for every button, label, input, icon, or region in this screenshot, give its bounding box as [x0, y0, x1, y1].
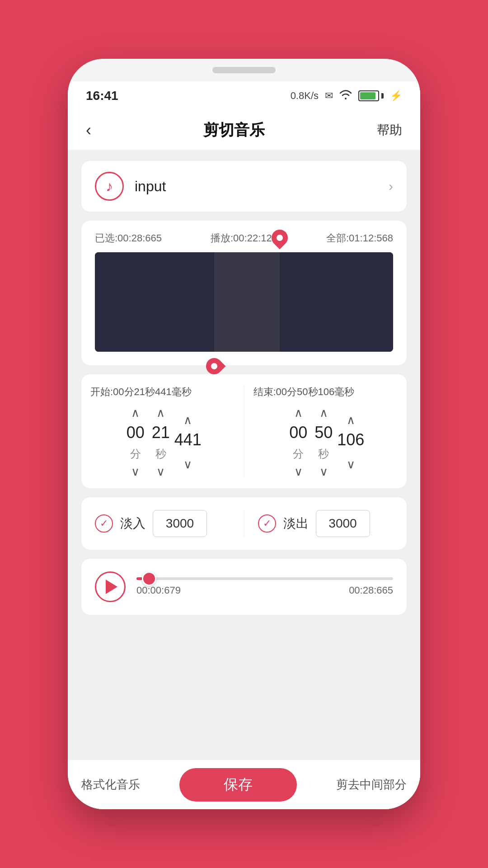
progress-thumb[interactable] [142, 571, 156, 586]
waveform-labels: 已选:00:28:665 播放:00:22:120 全部:01:12:568 [95, 231, 393, 245]
end-sec-down[interactable]: ∨ [319, 466, 328, 477]
start-sec-col: ∧ 21 秒 ∨ [149, 407, 173, 477]
play-position: 播放:00:22:120 [211, 231, 277, 245]
fade-card: ✓ 淡入 ✓ 淡出 [81, 497, 407, 550]
waveform-bg-left [95, 252, 214, 352]
input-filename: input [135, 178, 166, 195]
end-min-unit: 分 [293, 447, 304, 461]
current-time: 00:00:679 [136, 585, 181, 596]
play-icon [106, 580, 117, 594]
start-sec-up[interactable]: ∧ [156, 407, 165, 419]
progress-track[interactable] [136, 577, 393, 580]
waveform-container[interactable] [95, 252, 393, 352]
end-ms-down[interactable]: ∨ [347, 458, 355, 470]
end-ms-value: 106 [337, 430, 364, 449]
waveform-bg-selected [214, 252, 280, 352]
status-bar: 16:41 0.8K/s ✉ ⚡ [68, 81, 420, 110]
fade-out-label: 淡出 [283, 515, 309, 532]
start-ms-value: 441 [174, 430, 202, 449]
music-note-icon: ♪ [106, 178, 113, 195]
network-speed: 0.8K/s [291, 90, 319, 102]
end-sec-unit: 秒 [318, 447, 329, 461]
start-ms-down[interactable]: ∨ [183, 458, 192, 470]
battery-icon [358, 90, 384, 101]
music-icon-circle: ♪ [95, 172, 124, 201]
start-min-down[interactable]: ∨ [131, 466, 140, 477]
screen: 16:41 0.8K/s ✉ ⚡ [68, 81, 420, 809]
input-left: ♪ input [95, 172, 166, 201]
total-time: 00:28:665 [349, 585, 393, 596]
end-ms-up[interactable]: ∧ [347, 414, 355, 426]
end-ms-col: ∧ 106 ∨ [337, 414, 364, 470]
end-time-section: 结束:00分50秒106毫秒 ∧ 00 分 ∨ ∧ [253, 385, 398, 477]
start-time-section: 开始:00分21秒441毫秒 ∧ 00 分 ∨ ∧ [90, 385, 235, 477]
message-icon: ✉ [325, 90, 333, 102]
end-sec-up[interactable]: ∧ [319, 407, 328, 419]
player-times: 00:00:679 00:28:665 [136, 585, 393, 596]
player-card: 00:00:679 00:28:665 [81, 559, 407, 615]
end-min-col: ∧ 00 分 ∨ [286, 407, 310, 477]
waveform-card: 已选:00:28:665 播放:00:22:120 全部:01:12:568 [81, 221, 407, 365]
input-selector-card[interactable]: ♪ input › [81, 161, 407, 212]
start-ms-col: ∧ 441 ∨ [174, 414, 202, 470]
fade-divider [244, 510, 244, 537]
start-sec-unit: 秒 [155, 447, 166, 461]
start-min-up[interactable]: ∧ [131, 407, 140, 419]
wifi-icon [339, 90, 352, 102]
start-min-value: 00 [124, 423, 147, 442]
status-right: 0.8K/s ✉ ⚡ [291, 90, 402, 102]
fade-out-item: ✓ 淡出 [258, 510, 394, 537]
playhead-bottom-pin[interactable] [206, 358, 222, 374]
start-sec-value: 21 [149, 423, 173, 442]
format-music-button[interactable]: 格式化音乐 [81, 777, 140, 793]
fade-in-input[interactable] [153, 510, 207, 537]
fade-in-checkbox[interactable]: ✓ [95, 514, 113, 533]
start-sec-down[interactable]: ∨ [156, 466, 165, 477]
bottom-bar: 格式化音乐 保存 剪去中间部分 [68, 760, 420, 809]
start-min-unit: 分 [130, 447, 141, 461]
start-ms-up[interactable]: ∧ [183, 414, 192, 426]
selected-duration: 已选:00:28:665 [95, 231, 162, 245]
phone-frame: 16:41 0.8K/s ✉ ⚡ [68, 59, 420, 809]
back-button[interactable]: ‹ [86, 121, 91, 140]
charging-icon: ⚡ [390, 90, 402, 102]
end-sec-value: 50 [312, 423, 335, 442]
waveform-bg-right [280, 252, 393, 352]
top-pill [212, 67, 276, 73]
play-button[interactable] [95, 571, 126, 602]
help-button[interactable]: 帮助 [377, 122, 402, 139]
start-min-col: ∧ 00 分 ∨ [124, 407, 147, 477]
end-min-value: 00 [286, 423, 310, 442]
status-time: 16:41 [86, 89, 118, 103]
end-time-label: 结束:00分50秒106毫秒 [253, 385, 398, 399]
fade-in-item: ✓ 淡入 [95, 510, 230, 537]
phone-top-bar [68, 59, 420, 81]
player-timeline: 00:00:679 00:28:665 [136, 577, 393, 596]
time-editor-card: 开始:00分21秒441毫秒 ∧ 00 分 ∨ ∧ [81, 374, 407, 488]
end-min-up[interactable]: ∧ [294, 407, 303, 419]
end-sec-col: ∧ 50 秒 ∨ [312, 407, 335, 477]
waveform-visual [95, 252, 393, 352]
playhead-top-pin[interactable] [271, 230, 289, 252]
content-area: ♪ input › 已选:00:28:665 播放:00:22:120 全部:0… [68, 150, 420, 760]
end-min-down[interactable]: ∨ [294, 466, 303, 477]
chevron-right-icon: › [389, 179, 393, 194]
app-header: ‹ 剪切音乐 帮助 [68, 110, 420, 150]
total-duration: 全部:01:12:568 [326, 231, 393, 245]
fade-out-checkbox[interactable]: ✓ [258, 514, 276, 533]
page-title: 剪切音乐 [203, 120, 265, 141]
fade-out-input[interactable] [316, 510, 370, 537]
cut-middle-button[interactable]: 剪去中间部分 [336, 777, 407, 793]
fade-in-label: 淡入 [120, 515, 145, 532]
start-time-label: 开始:00分21秒441毫秒 [90, 385, 235, 399]
save-button[interactable]: 保存 [179, 768, 297, 802]
